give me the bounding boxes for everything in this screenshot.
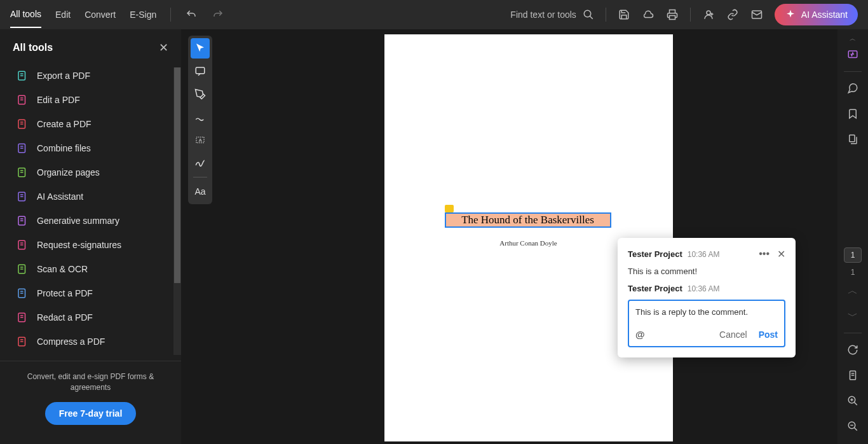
- tool-item-protect-a-pdf[interactable]: Protect a PDF: [13, 281, 175, 305]
- svg-point-0: [584, 10, 591, 17]
- tool-item-create-a-pdf[interactable]: Create a PDF: [13, 112, 175, 136]
- tool-icon: [17, 118, 28, 130]
- tool-label: Request e-signatures: [37, 240, 121, 250]
- sidebar-scrollbar[interactable]: [173, 67, 181, 355]
- select-tool[interactable]: [191, 38, 210, 59]
- highlight-tool[interactable]: [191, 84, 210, 104]
- tool-item-redact-a-pdf[interactable]: Redact a PDF: [13, 305, 175, 330]
- svg-rect-1: [669, 16, 675, 20]
- search-icon: [583, 9, 594, 20]
- annotation-marker-icon[interactable]: [445, 205, 454, 212]
- comment-popup: Tester Project 10:36 AM ••• ✕ This is a …: [618, 238, 796, 357]
- page-up-icon[interactable]: ︿: [841, 279, 864, 302]
- comment-more-icon[interactable]: •••: [759, 248, 770, 260]
- svg-point-2: [707, 11, 710, 15]
- highlighted-title[interactable]: The Hound of the Baskervilles: [445, 212, 611, 228]
- zoom-out-icon[interactable]: [841, 415, 864, 438]
- draw-tool[interactable]: [191, 107, 210, 127]
- tool-label: Compress a PDF: [37, 336, 105, 347]
- tool-icon: [17, 312, 28, 323]
- tool-item-organize-pages[interactable]: Organize pages: [13, 160, 175, 184]
- cloud-icon[interactable]: [642, 8, 654, 21]
- tool-icon: [17, 142, 28, 154]
- menu-convert[interactable]: Convert: [85, 2, 116, 27]
- text-tool[interactable]: Aa: [191, 181, 210, 202]
- comment-tool[interactable]: [191, 61, 210, 81]
- bookmarks-panel-icon[interactable]: [841, 102, 864, 125]
- svg-rect-16: [196, 67, 205, 74]
- tool-icon: [17, 239, 28, 251]
- tool-label: Redact a PDF: [37, 312, 93, 323]
- share-icon[interactable]: [702, 8, 715, 21]
- right-rail: ︿ 1 1 ︿ ﹀: [837, 29, 868, 444]
- tool-item-combine-files[interactable]: Combine files: [13, 136, 175, 160]
- tool-icon: [17, 167, 28, 178]
- tool-item-edit-a-pdf[interactable]: Edit a PDF: [13, 88, 175, 112]
- svg-text:A: A: [199, 137, 202, 143]
- thumbnails-panel-icon[interactable]: [841, 128, 864, 151]
- reply-text-content[interactable]: This is a reply to the comment.: [635, 307, 778, 320]
- tool-icon: [17, 288, 28, 299]
- tool-icon: [17, 70, 28, 81]
- tool-label: Edit a PDF: [37, 95, 80, 105]
- comment-close-icon[interactable]: ✕: [777, 248, 785, 260]
- sidebar-title: All tools: [13, 42, 53, 53]
- ai-panel-icon[interactable]: [841, 43, 864, 66]
- tool-icon: [17, 215, 28, 226]
- link-icon[interactable]: [726, 8, 739, 21]
- cancel-button[interactable]: Cancel: [719, 330, 747, 340]
- sparkle-icon: [785, 9, 796, 20]
- save-icon[interactable]: [618, 8, 630, 21]
- tool-item-compress-a-pdf[interactable]: Compress a PDF: [13, 330, 175, 354]
- menu-esign[interactable]: E-Sign: [130, 2, 156, 27]
- top-menu-bar: All tools Edit Convert E-Sign Find text …: [0, 0, 868, 29]
- tool-item-ai-assistant[interactable]: AI Assistant: [13, 184, 175, 209]
- search-tools[interactable]: Find text or tools: [510, 9, 594, 20]
- collapse-rail-icon[interactable]: ︿: [847, 34, 858, 41]
- page-display-icon[interactable]: [841, 364, 864, 387]
- document-viewport[interactable]: The Hound of the Baskervilles Arthur Con…: [219, 29, 837, 444]
- tool-icon: [17, 191, 28, 202]
- print-icon[interactable]: [666, 8, 679, 21]
- page-total: 1: [851, 268, 855, 277]
- page-current-input[interactable]: 1: [844, 247, 862, 263]
- tool-label: Scan & OCR: [37, 264, 88, 274]
- tool-label: Organize pages: [37, 167, 100, 177]
- all-tools-sidebar: All tools ✕ Export a PDFEdit a PDFCreate…: [0, 29, 181, 444]
- reply-input[interactable]: This is a reply to the comment. @ Cancel…: [628, 300, 785, 347]
- tool-item-generative-summary[interactable]: Generative summary: [13, 209, 175, 233]
- mention-icon[interactable]: @: [635, 329, 645, 340]
- sidebar-footer-text: Convert, edit and e-sign PDF forms & agr…: [13, 371, 168, 393]
- tool-item-request-e-signatures[interactable]: Request e-signatures: [13, 233, 175, 257]
- ai-assistant-button[interactable]: AI Assistant: [775, 4, 858, 25]
- text-select-tool[interactable]: A: [191, 130, 210, 150]
- comments-panel-icon[interactable]: [841, 77, 864, 100]
- rotate-icon[interactable]: [841, 338, 864, 361]
- menu-all-tools[interactable]: All tools: [10, 1, 41, 28]
- sign-tool[interactable]: [191, 153, 210, 173]
- tool-label: Create a PDF: [37, 119, 92, 129]
- tool-item-scan-ocr[interactable]: Scan & OCR: [13, 257, 175, 281]
- reply-author: Tester Project: [628, 284, 682, 293]
- tool-label: AI Assistant: [37, 191, 83, 202]
- tool-label: Generative summary: [37, 216, 119, 226]
- comment-time: 10:36 AM: [688, 250, 720, 259]
- comment-body: This is a comment!: [628, 267, 785, 276]
- close-sidebar-icon[interactable]: ✕: [159, 41, 168, 55]
- tool-icon: [17, 263, 28, 275]
- free-trial-button[interactable]: Free 7-day trial: [45, 402, 137, 425]
- svg-rect-20: [850, 135, 855, 142]
- undo-icon[interactable]: [185, 8, 198, 21]
- page-down-icon[interactable]: ﹀: [841, 305, 864, 328]
- post-button[interactable]: Post: [759, 330, 778, 340]
- redo-icon[interactable]: [212, 8, 224, 21]
- menu-edit[interactable]: Edit: [55, 2, 71, 27]
- comment-author: Tester Project: [628, 249, 682, 259]
- zoom-in-icon[interactable]: [841, 389, 864, 412]
- tool-label: Protect a PDF: [37, 288, 93, 298]
- tool-item-export-a-pdf[interactable]: Export a PDF: [13, 64, 175, 88]
- email-icon[interactable]: [750, 8, 763, 21]
- annotation-toolbar: A Aa: [188, 36, 212, 204]
- reply-time: 10:36 AM: [688, 284, 720, 293]
- tool-icon: [17, 94, 28, 106]
